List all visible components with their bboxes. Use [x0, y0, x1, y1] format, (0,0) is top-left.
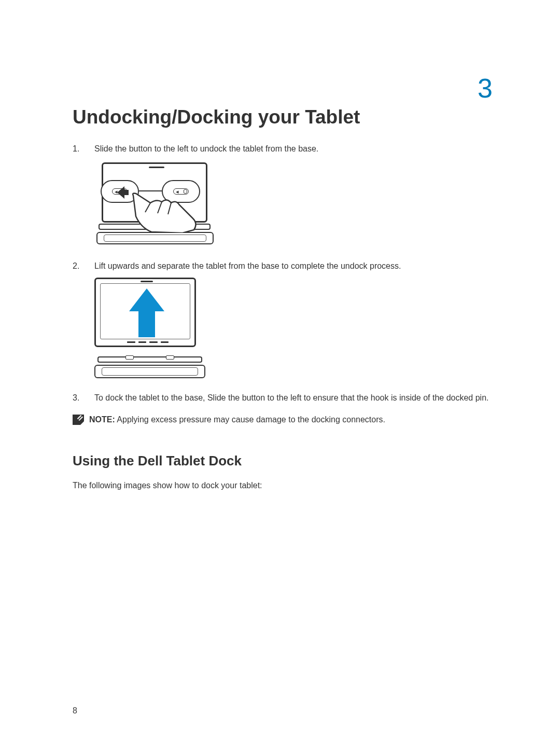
arrow-up-icon: [129, 288, 164, 341]
step-3: To dock the tablet to the base, Slide th…: [73, 392, 493, 404]
note-icon: [73, 415, 84, 425]
svg-marker-0: [117, 186, 129, 199]
page-title: Undocking/Docking your Tablet: [73, 106, 493, 128]
figure-dock-base: [94, 356, 205, 380]
chapter-number: 3: [478, 73, 493, 104]
hand-icon: [131, 191, 198, 233]
note-label: NOTE:: [89, 415, 115, 424]
step-1: Slide the button to the left to undock t…: [73, 143, 493, 249]
arrow-left-icon: [117, 185, 129, 200]
section-heading: Using the Dell Tablet Dock: [73, 453, 493, 469]
step-2-text: Lift upwards and separate the tablet fro…: [94, 261, 401, 270]
section-intro: The following images show how to dock yo…: [73, 479, 493, 492]
page-number: 8: [73, 706, 77, 715]
figure-lift-tablet: [94, 278, 493, 380]
note-block: NOTE: Applying excess pressure may cause…: [73, 414, 493, 426]
step-1-text: Slide the button to the left to undock t…: [94, 144, 318, 153]
note-text: Applying excess pressure may cause damag…: [115, 415, 385, 424]
figure-undock-slide: [94, 160, 493, 249]
steps-list: Slide the button to the left to undock t…: [73, 143, 493, 404]
step-3-text: To dock the tablet to the base, Slide th…: [94, 393, 489, 402]
svg-marker-1: [129, 288, 164, 337]
step-2: Lift upwards and separate the tablet fro…: [73, 260, 493, 380]
